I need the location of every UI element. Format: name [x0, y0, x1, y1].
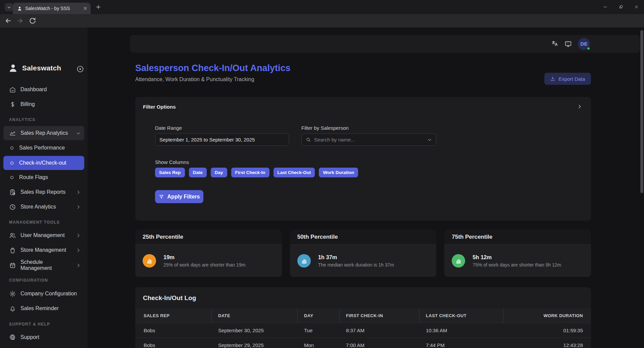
show-columns-label: Show Columns [155, 159, 189, 165]
chip-work-duration[interactable]: Work Duration [319, 168, 358, 177]
chevron-right-icon [76, 205, 81, 210]
column-header[interactable]: WORK DURATION [503, 308, 591, 323]
stat-card-75th: 75th Percentile 5h 12m 75% of work days … [444, 230, 591, 277]
cell-day: Tue [298, 328, 340, 333]
column-header[interactable]: FIRST CHECK-IN [340, 308, 419, 323]
export-data-label: Export Data [558, 76, 585, 82]
stat-caption: 75% of work days are shorter than 5h 12m [473, 262, 561, 268]
sidebar-section-management-tools: MANAGEMENT TOOLS [9, 220, 60, 225]
circle-icon [9, 160, 15, 166]
stat-card-50th: 50th Percentile 1h 37m The median work d… [290, 230, 437, 277]
sidebar-item-label: Company Configuration [20, 291, 77, 297]
users-icon [9, 232, 16, 239]
window-close-button[interactable] [629, 0, 644, 13]
window-minimize-button[interactable] [597, 0, 613, 13]
chip-sales-rep[interactable]: Sales Rep [155, 168, 185, 177]
sidebar-section-configuration: CONFIGURATION [9, 278, 48, 283]
cell-date: September 30, 2025 [212, 328, 298, 333]
column-chips: Sales Rep Date Day First Check-In Last C… [155, 168, 358, 177]
chip-first-check-in[interactable]: First Check-In [231, 168, 269, 177]
back-button[interactable] [4, 17, 12, 25]
search-icon [306, 137, 311, 142]
table-header-row: SALES REP DATE DAY FIRST CHECK-IN LAST C… [135, 308, 591, 323]
sidebar-item-route-flags[interactable]: Route Flags [3, 171, 84, 184]
filter-options-panel: Filter Options Date Range Filter by Sale… [135, 97, 591, 221]
column-header[interactable]: LAST CHECK-OUT [419, 308, 503, 323]
tab-close-icon[interactable] [83, 6, 87, 10]
chevron-down-icon[interactable] [427, 137, 432, 142]
tab-title: SalesWatch - by SSS [25, 6, 80, 11]
reload-button[interactable] [29, 17, 37, 25]
display-icon[interactable] [564, 40, 572, 48]
bar-chart-icon [297, 254, 311, 268]
gear-icon [9, 290, 16, 297]
cell-sales-rep: Bobs [135, 342, 212, 348]
sidebar-item-sales-rep-analytics[interactable]: Sales Rep Analytics [3, 126, 84, 140]
sidebar-item-label: User Management [20, 232, 65, 238]
stat-value: 5h 12m [473, 254, 561, 260]
user-avatar[interactable]: DE [578, 38, 590, 50]
chevron-right-icon [76, 190, 81, 195]
stat-value: 1h 37m [318, 254, 394, 260]
bell-icon [9, 305, 16, 312]
check-in-out-log-card: Check-In/Out Log SALES REP DATE DAY FIRS… [135, 287, 591, 348]
export-data-button[interactable]: Export Data [544, 73, 591, 85]
apply-filters-button[interactable]: Apply Filters [155, 190, 203, 203]
table-row[interactable]: Bobs September 29, 2025 Mon 7:00 AM 7:44… [135, 338, 591, 348]
chevron-right-icon [76, 248, 81, 253]
salesperson-search-input[interactable] [314, 137, 424, 142]
column-header[interactable]: SALES REP [135, 308, 212, 323]
stat-value: 19m [163, 254, 245, 260]
sidebar-item-check-in-check-out[interactable]: Check-in/Check-out [3, 156, 84, 170]
sidebar-item-company-configuration[interactable]: Company Configuration [3, 287, 84, 300]
sidebar-item-sales-performance[interactable]: Sales Performance [3, 141, 84, 154]
forward-button[interactable] [16, 17, 24, 25]
cell-day: Mon [298, 342, 340, 348]
browser-tab-strip: SalesWatch - by SSS [0, 0, 644, 14]
brand-logo-icon [8, 63, 18, 73]
sidebar-item-support[interactable]: Support [3, 331, 84, 344]
cell-first-check-in: 8:37 AM [340, 328, 419, 333]
sidebar-item-store-management[interactable]: Store Management [3, 244, 84, 256]
chip-day[interactable]: Day [211, 168, 227, 177]
chip-date[interactable]: Date [189, 168, 207, 177]
translate-icon[interactable] [551, 40, 558, 47]
cell-sales-rep: Bobs [135, 328, 212, 333]
sidebar-section-analytics: ANALYTICS [9, 117, 35, 122]
sidebar-item-tickets[interactable]: Tickets [3, 346, 84, 348]
date-range-input[interactable] [155, 133, 289, 146]
chip-last-check-out[interactable]: Last Check-Out [274, 168, 315, 177]
sidebar-item-sales-reminder[interactable]: Sales Reminder [3, 302, 84, 315]
cell-last-check-out: 7:44 PM [419, 342, 503, 348]
log-title: Check-In/Out Log [143, 294, 196, 302]
cell-last-check-out: 10:36 AM [419, 328, 503, 333]
chevron-down-icon [76, 131, 81, 136]
filter-options-header[interactable]: Filter Options [135, 97, 591, 116]
sidebar-item-sales-rep-reports[interactable]: Sales Rep Reports [3, 186, 84, 198]
column-header[interactable]: DAY [298, 308, 340, 323]
window-restore-button[interactable] [613, 0, 629, 13]
sidebar-item-schedule-management[interactable]: Schedule Management [3, 259, 84, 272]
calendar-icon [9, 262, 16, 269]
sidebar-item-store-analytics[interactable]: Store Analytics [3, 200, 84, 213]
sidebar-item-billing[interactable]: Billing [3, 98, 84, 111]
stat-card-25th: 25th Percentile 19m 25% of work days are… [135, 230, 282, 277]
percentile-cards: 25th Percentile 19m 25% of work days are… [135, 230, 591, 277]
tab-search-button[interactable] [5, 3, 13, 11]
circle-icon [9, 145, 15, 151]
column-header[interactable]: DATE [212, 308, 298, 323]
new-tab-button[interactable] [95, 3, 102, 11]
page-scrollbar-thumb[interactable] [640, 30, 643, 193]
sidebar-item-user-management[interactable]: User Management [3, 229, 84, 242]
dollar-icon [9, 101, 16, 108]
sidebar-item-label: Store Analytics [20, 204, 56, 210]
table-row[interactable]: Bobs September 30, 2025 Tue 8:37 AM 10:3… [135, 323, 591, 338]
sidebar-collapse-icon[interactable] [76, 65, 84, 73]
sidebar-item-label: Sales Performance [19, 145, 65, 151]
browser-tab[interactable]: SalesWatch - by SSS [13, 3, 91, 14]
chevron-right-icon [577, 104, 582, 109]
salesperson-search-box[interactable] [301, 133, 436, 146]
sidebar-item-label: Sales Rep Reports [20, 189, 65, 195]
brand: Saleswatch [8, 63, 61, 73]
sidebar-item-dashboard[interactable]: Dashboard [3, 83, 84, 96]
